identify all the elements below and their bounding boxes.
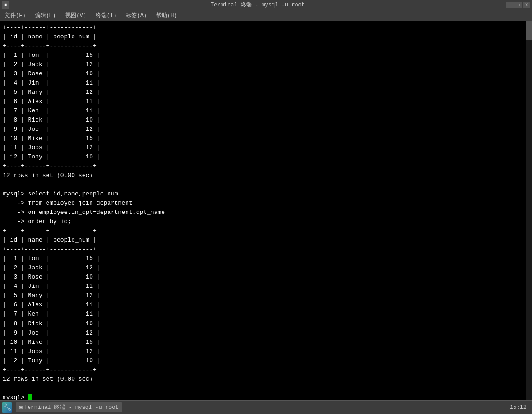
taskbar-terminal-item[interactable]: ▣ Terminal 终端 - mysql -u root [16,402,122,412]
window-controls[interactable]: _ □ ✕ [506,2,530,8]
scrollbar-thumb[interactable] [526,21,532,40]
menu-tags[interactable]: 标签(A) [123,11,150,20]
menu-help[interactable]: 帮助(H) [153,11,180,20]
titlebar: ■ Terminal 终端 - mysql -u root _ □ ✕ [0,0,532,10]
menu-file[interactable]: 文件(F) [2,11,29,20]
minimize-button[interactable]: _ [506,2,514,8]
app-icon: ■ [2,1,9,9]
close-button[interactable]: ✕ [523,2,530,8]
taskbar-terminal-label: Terminal 终端 - mysql -u root [24,403,119,411]
taskbar: 🔧 ▣ Terminal 终端 - mysql -u root 15:12 [0,400,532,414]
taskbar-app-icon: 🔧 [2,402,12,413]
menu-terminal[interactable]: 终端(T) [93,11,120,20]
terminal-output: +----+------+------------+ | id | name |… [3,23,529,400]
maximize-button[interactable]: □ [514,2,522,8]
menu-view[interactable]: 视图(V) [62,11,89,20]
terminal-area[interactable]: +----+------+------------+ | id | name |… [0,21,532,400]
scrollbar-track[interactable] [526,21,532,400]
menubar: 文件(F) 编辑(E) 视图(V) 终端(T) 标签(A) 帮助(H) [0,10,532,21]
window-title: Terminal 终端 - mysql -u root [9,1,506,9]
menu-edit[interactable]: 编辑(E) [32,11,59,20]
taskbar-time: 15:12 [510,404,530,411]
terminal-cursor [28,394,32,400]
